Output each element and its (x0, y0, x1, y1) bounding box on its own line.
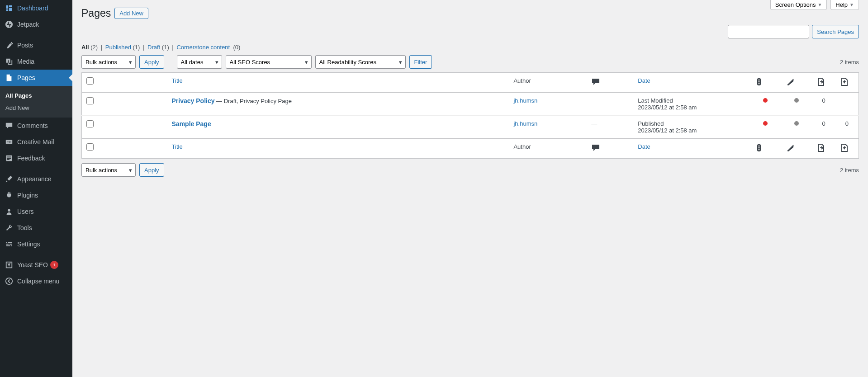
readability-score-dot (794, 121, 799, 126)
jetpack-icon (5, 20, 14, 29)
menu-feedback[interactable]: Feedback (0, 150, 72, 166)
view-draft[interactable]: Draft (147, 44, 160, 51)
menu-label: Users (17, 208, 34, 215)
page-icon (5, 73, 14, 82)
col-links-in-foot (812, 139, 835, 159)
menu-users[interactable]: Users (0, 203, 72, 220)
comments-cell: — (587, 116, 633, 139)
menu-dashboard[interactable]: Dashboard (0, 0, 72, 16)
menu-label: Appearance (17, 175, 52, 183)
search-input[interactable] (728, 25, 809, 38)
menu-label: Jetpack (17, 21, 39, 28)
comment-icon (5, 121, 14, 130)
svg-point-0 (5, 21, 13, 28)
dashboard-icon (5, 4, 14, 13)
feather-icon (786, 143, 795, 152)
page-state: — Draft, Privacy Policy Page (214, 98, 292, 104)
brush-icon (5, 174, 14, 184)
col-author: Author (509, 73, 587, 93)
screen-options-button[interactable]: Screen Options ▼ (770, 0, 827, 10)
author-link[interactable]: jh.humsn (513, 120, 537, 127)
menu-appearance[interactable]: Appearance (0, 171, 72, 187)
help-label: Help (835, 1, 848, 8)
menu-label: Tools (17, 224, 32, 231)
col-links-out-foot (835, 139, 859, 159)
menu-label: Collapse menu (17, 278, 59, 285)
submenu-all-pages[interactable]: All Pages (0, 90, 72, 102)
bulk-actions-select-bottom[interactable]: Bulk actions (81, 163, 136, 177)
svg-point-9 (759, 83, 760, 85)
col-comments-foot[interactable] (587, 139, 633, 159)
menu-label: Plugins (17, 192, 38, 199)
menu-plugins[interactable]: Plugins (0, 187, 72, 203)
page-title-link[interactable]: Privacy Policy (172, 97, 215, 104)
select-all-checkbox[interactable] (86, 77, 94, 85)
submenu-add-new[interactable]: Add New (0, 102, 72, 114)
seo-score-dot (763, 121, 768, 126)
menu-comments[interactable]: Comments (0, 118, 72, 134)
menu-posts[interactable]: Posts (0, 37, 72, 53)
menu-tools[interactable]: Tools (0, 220, 72, 236)
links-in-count: 0 (812, 93, 835, 116)
svg-point-5 (6, 278, 12, 284)
col-title-foot[interactable]: Title (167, 139, 509, 159)
view-published[interactable]: Published (105, 44, 131, 51)
page-title: Pages (81, 7, 111, 19)
filter-button[interactable]: Filter (409, 55, 432, 69)
menu-settings[interactable]: Settings (0, 236, 72, 252)
feather-icon (786, 77, 795, 86)
items-count-bottom: 2 items (840, 167, 859, 174)
col-date[interactable]: Date (633, 73, 750, 93)
dates-select[interactable]: All dates (177, 55, 222, 69)
creative-mail-icon: CM (5, 137, 14, 146)
col-readability-foot (781, 139, 812, 159)
select-all-checkbox-bottom[interactable] (86, 143, 94, 151)
col-comments[interactable] (587, 73, 633, 93)
menu-label: Media (17, 58, 34, 65)
traffic-light-icon (754, 77, 764, 86)
help-button[interactable]: Help ▼ (830, 0, 859, 10)
main-content: Screen Options ▼ Help ▼ Pages Add New Se… (72, 0, 868, 377)
date-value: 2023/05/12 at 2:58 am (638, 127, 745, 134)
search-pages-button[interactable]: Search Pages (812, 25, 859, 38)
view-all[interactable]: All (81, 44, 89, 51)
apply-bulk-button-bottom[interactable]: Apply (139, 163, 164, 177)
comments-icon (591, 143, 600, 152)
add-new-button[interactable]: Add New (114, 8, 148, 19)
menu-creative-mail[interactable]: CM Creative Mail (0, 134, 72, 150)
links-in-count: 0 (812, 116, 835, 139)
view-cornerstone[interactable]: Cornerstone content (176, 44, 230, 51)
page-title-link[interactable]: Sample Page (172, 120, 211, 127)
col-seo-score-foot (750, 139, 781, 159)
col-date-foot[interactable]: Date (633, 139, 750, 159)
seo-scores-select[interactable]: All SEO Scores (226, 55, 312, 69)
chevron-down-icon: ▼ (817, 2, 822, 7)
comments-cell: — (587, 93, 633, 116)
readability-scores-select[interactable]: All Readability Scores (315, 55, 406, 69)
outgoing-links-icon (840, 77, 849, 86)
author-link[interactable]: jh.humsn (513, 97, 537, 104)
apply-bulk-button[interactable]: Apply (139, 55, 164, 69)
bulk-actions-select[interactable]: Bulk actions (81, 55, 136, 69)
menu-yoast-seo[interactable]: Yoast SEO 1 (0, 257, 72, 273)
row-checkbox[interactable] (86, 120, 94, 127)
menu-collapse[interactable]: Collapse menu (0, 273, 72, 289)
screen-options-label: Screen Options (775, 1, 816, 8)
incoming-links-icon (816, 77, 825, 86)
menu-label: Yoast SEO (17, 261, 48, 269)
svg-point-7 (759, 80, 760, 81)
menu-media[interactable]: Media (0, 53, 72, 70)
admin-sidebar: Dashboard Jetpack Posts Media Pages All … (0, 0, 72, 377)
table-row: Sample Page jh.humsn — Published 2023/05… (82, 116, 859, 139)
row-checkbox[interactable] (86, 97, 94, 104)
collapse-icon (5, 277, 14, 286)
menu-pages-submenu: All Pages Add New (0, 86, 72, 118)
menu-jetpack[interactable]: Jetpack (0, 16, 72, 33)
col-title[interactable]: Title (167, 73, 509, 93)
col-links-out (835, 73, 859, 93)
menu-label: Dashboard (17, 5, 48, 12)
svg-point-11 (759, 146, 760, 147)
top-buttons: Screen Options ▼ Help ▼ (770, 0, 859, 10)
menu-pages[interactable]: Pages (0, 70, 72, 86)
svg-point-4 (8, 209, 10, 212)
